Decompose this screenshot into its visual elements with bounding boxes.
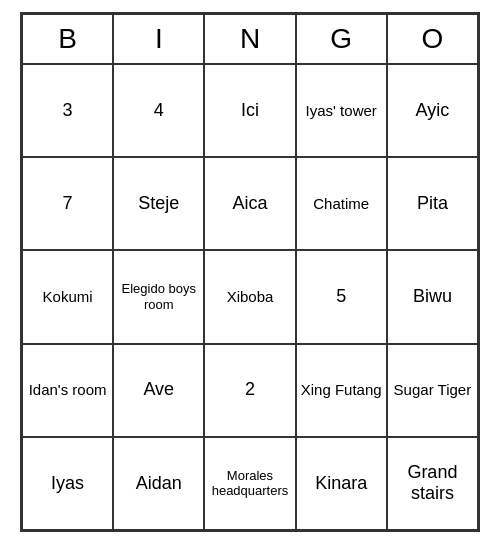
cell-1-2: Aica — [204, 157, 295, 250]
cell-1-1: Steje — [113, 157, 204, 250]
cell-4-3: Kinara — [296, 437, 387, 530]
cell-0-1: 4 — [113, 64, 204, 157]
cell-1-0: 7 — [22, 157, 113, 250]
cell-2-2: Xiboba — [204, 250, 295, 343]
cell-3-1: Ave — [113, 344, 204, 437]
cell-2-0: Kokumi — [22, 250, 113, 343]
cell-1-4: Pita — [387, 157, 478, 250]
cell-0-3: Iyas' tower — [296, 64, 387, 157]
header-i: I — [113, 14, 204, 64]
cell-3-3: Xing Futang — [296, 344, 387, 437]
cell-4-2: Morales headquarters — [204, 437, 295, 530]
cell-4-0: Iyas — [22, 437, 113, 530]
cell-2-1: Elegido boys room — [113, 250, 204, 343]
cell-0-4: Ayic — [387, 64, 478, 157]
cell-2-4: Biwu — [387, 250, 478, 343]
cell-3-2: 2 — [204, 344, 295, 437]
cell-2-3: 5 — [296, 250, 387, 343]
header-n: N — [204, 14, 295, 64]
cell-4-4: Grand stairs — [387, 437, 478, 530]
cell-0-2: Ici — [204, 64, 295, 157]
bingo-card: B I N G O 3 4 Ici Iyas' tower Ayic 7 Ste… — [20, 12, 480, 532]
cell-1-3: Chatime — [296, 157, 387, 250]
cell-0-0: 3 — [22, 64, 113, 157]
cell-3-4: Sugar Tiger — [387, 344, 478, 437]
cell-4-1: Aidan — [113, 437, 204, 530]
header-b: B — [22, 14, 113, 64]
header-g: G — [296, 14, 387, 64]
header-o: O — [387, 14, 478, 64]
cell-3-0: Idan's room — [22, 344, 113, 437]
